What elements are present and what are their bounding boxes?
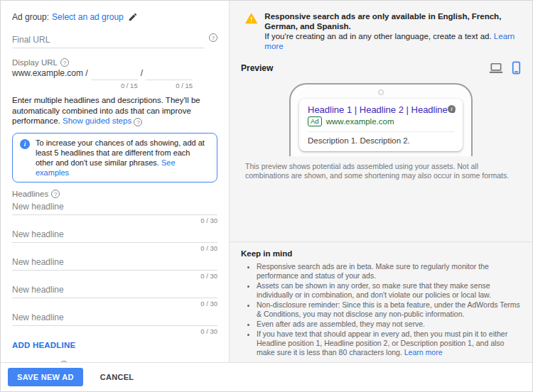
add-headline-button[interactable]: ADD HEADLINE <box>12 341 75 349</box>
ad-form-panel: Ad group: Select an ad group ? Display U… <box>1 1 230 362</box>
desktop-preview-icon[interactable] <box>489 62 503 74</box>
tip-text: To increase your chances of ads showing,… <box>36 138 205 167</box>
headlines-help-icon[interactable]: ? <box>51 190 60 198</box>
keep-in-mind-bullet: Non-disclosure reminder: Since this is a… <box>257 300 521 319</box>
final-url-input[interactable] <box>12 33 205 48</box>
preview-headline-link[interactable]: Headline 1 | Headline 2 | Headline 3 <box>308 104 454 115</box>
info-icon: i <box>20 139 30 149</box>
headline-input-2[interactable] <box>12 228 217 243</box>
ad-group-row: Ad group: Select an ad group <box>12 12 217 22</box>
ad-badge: Ad <box>308 116 322 126</box>
headline-input-1[interactable] <box>12 200 217 215</box>
headline-counter-4: 0 / 30 <box>12 298 217 310</box>
preview-panel: Responsive search ads are only available… <box>230 1 532 362</box>
preview-display-url: www.example.com <box>326 117 394 126</box>
ad-info-icon[interactable]: i <box>448 105 456 113</box>
guided-steps-help-icon[interactable]: ? <box>134 118 142 126</box>
headline-counter-3: 0 / 30 <box>12 271 217 282</box>
headline-field-2: 0 / 30 <box>12 227 217 254</box>
preview-title: Preview <box>241 63 273 73</box>
headline-field-3: 0 / 30 <box>12 255 217 282</box>
preview-section: Responsive search ads are only available… <box>230 1 532 241</box>
phone-camera-dot <box>378 89 384 95</box>
responsive-search-ad-editor: Ad group: Select an ad group ? Display U… <box>0 0 533 392</box>
final-url-field: ? <box>12 33 217 48</box>
headline-input-3[interactable] <box>12 256 217 271</box>
headlines-label: Headlines <box>12 190 48 198</box>
headline-input-4[interactable] <box>12 283 217 298</box>
ad-group-label: Ad group: <box>12 12 49 22</box>
headline-counter-5: 0 / 30 <box>12 326 217 337</box>
display-url-section: Display URL ? www.example.com / 0 / 15 /… <box>12 58 217 89</box>
main-area: Ad group: Select an ad group ? Display U… <box>1 1 532 362</box>
select-ad-group-link[interactable]: Select an ad group <box>52 12 124 22</box>
keep-in-mind-learn-more-link[interactable]: Learn more <box>404 348 443 356</box>
action-bar: SAVE NEW AD CANCEL <box>1 362 532 391</box>
language-warning: Responsive search ads are only available… <box>245 11 521 51</box>
ad-preview-card: Headline 1 | Headline 2 | Headline 3 i A… <box>299 99 463 151</box>
display-path2-input[interactable] <box>146 68 193 80</box>
headline-field-4: 0 / 30 <box>12 283 217 310</box>
headline-field-1: 0 / 30 <box>12 200 217 227</box>
headline-counter-2: 0 / 30 <box>12 243 217 254</box>
keep-in-mind-bullet: If you have text that should appear in e… <box>257 330 521 357</box>
preview-header: Preview <box>241 61 521 75</box>
preview-description: Description 1. Description 2. <box>308 136 454 145</box>
save-new-ad-button[interactable]: SAVE NEW AD <box>8 368 83 386</box>
headline-input-5[interactable] <box>12 311 217 326</box>
headline-tip-box: i To increase your chances of ads showin… <box>12 133 217 183</box>
path1-counter: 0 / 15 <box>91 80 138 89</box>
card-divider <box>308 131 454 132</box>
display-path1-input[interactable] <box>91 68 138 80</box>
warning-bold-text: Responsive search ads are only available… <box>264 11 521 31</box>
headline-field-5: 0 / 30 <box>12 310 217 337</box>
keep-in-mind-bullet: Even after ads are assembled, they may n… <box>257 320 521 329</box>
edit-pencil-icon[interactable] <box>128 12 138 22</box>
warning-icon <box>245 11 257 26</box>
path-separator: / <box>141 68 143 78</box>
show-guided-steps-link[interactable]: Show guided steps <box>63 116 131 125</box>
mobile-preview-icon[interactable] <box>512 61 521 75</box>
intro-text: Enter multiple headlines and description… <box>12 95 217 126</box>
preview-disclaimer: This preview shows potential ads assembl… <box>245 162 517 180</box>
phone-mockup: Headline 1 | Headline 2 | Headline 3 i A… <box>289 83 473 156</box>
path2-counter: 0 / 15 <box>146 80 193 89</box>
keep-in-mind-bullet: Responsive search ads are in beta. Make … <box>257 262 521 281</box>
headline-counter-1: 0 / 30 <box>12 215 217 227</box>
keep-in-mind-title: Keep in mind <box>241 249 521 258</box>
final-url-help-icon[interactable]: ? <box>209 33 217 42</box>
display-url-base: www.example.com / <box>12 68 88 78</box>
warning-body-text: If you're creating an ad in any other la… <box>264 32 491 40</box>
display-url-label: Display URL <box>12 58 58 67</box>
display-url-help-icon[interactable]: ? <box>60 58 69 67</box>
keep-in-mind-section: Keep in mind Responsive search ads are i… <box>230 241 532 362</box>
keep-in-mind-bullet: Assets can be shown in any order, so mak… <box>257 281 521 300</box>
keep-in-mind-list: Responsive search ads are in beta. Make … <box>257 262 521 357</box>
cancel-button[interactable]: CANCEL <box>100 373 134 381</box>
